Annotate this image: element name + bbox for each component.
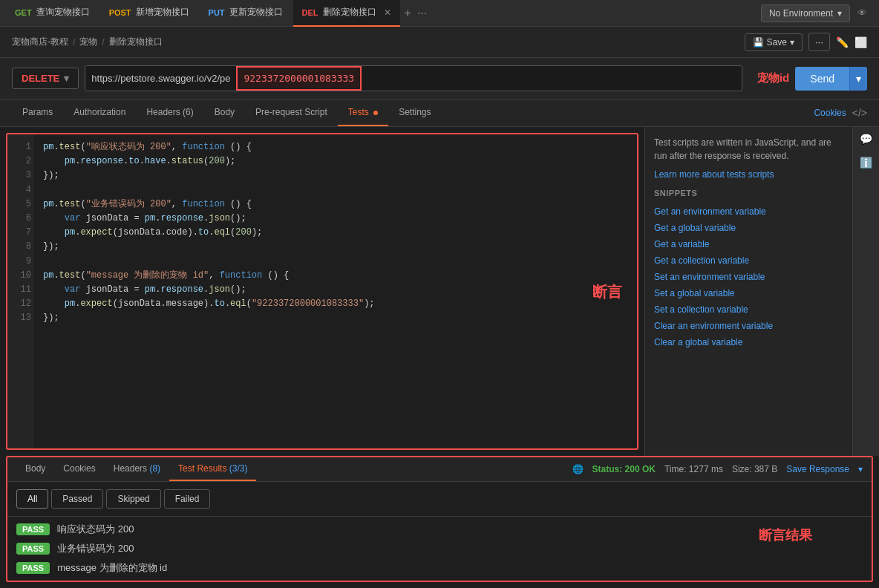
- filter-all[interactable]: All: [16, 489, 48, 509]
- send-arrow-button[interactable]: ▾: [849, 67, 867, 91]
- tab-name-post: 新增宠物接口: [136, 6, 189, 19]
- code-editor: 12345678910111213 pm.test("响应状态码为 200", …: [6, 133, 638, 450]
- code-line-9: [43, 255, 628, 269]
- code-line-6: var jsonData = pm.response.json();: [43, 212, 628, 226]
- tab-actions: + ···: [405, 7, 428, 20]
- save-button[interactable]: 💾 Save ▾: [745, 33, 803, 51]
- bottom-section: Body Cookies Headers (8) Test Results (3…: [6, 456, 873, 582]
- time-text: Time: 1277 ms: [664, 464, 723, 474]
- method-label-put: PUT: [209, 8, 225, 17]
- code-line-7: pm.expect(jsonData.code).to.eql(200);: [43, 226, 628, 240]
- line-numbers: 12345678910111213: [7, 134, 34, 448]
- tab-del[interactable]: DEL 删除宠物接口 ✕: [293, 0, 400, 27]
- send-button-group: Send ▾: [795, 67, 867, 91]
- filter-skipped[interactable]: Skipped: [106, 489, 160, 509]
- tab-tests[interactable]: Tests: [338, 99, 388, 126]
- snippet-item[interactable]: Clear an environment variable: [654, 318, 843, 334]
- comment-icon[interactable]: 💬: [860, 133, 872, 145]
- code-view-icon[interactable]: </>: [852, 107, 867, 119]
- url-bar: DELETE ▾ https://petstore.swagger.io/v2/…: [0, 58, 879, 99]
- tests-dot: [373, 111, 378, 115]
- method-select[interactable]: DELETE ▾: [12, 68, 79, 89]
- save-label: Save: [767, 37, 787, 48]
- method-arrow-icon: ▾: [64, 73, 69, 84]
- bottom-tab-test-results[interactable]: Test Results (3/3): [169, 457, 256, 481]
- learn-more-link[interactable]: Learn more about tests scripts: [654, 169, 774, 180]
- code-line-8: });: [43, 240, 628, 254]
- method-label-post: POST: [109, 8, 131, 17]
- tab-put[interactable]: PUT 更新宠物接口: [200, 0, 292, 27]
- send-button[interactable]: Send: [795, 67, 849, 91]
- assertion-label: 断言: [592, 281, 622, 301]
- more-tabs-icon[interactable]: ···: [417, 7, 427, 20]
- status-bar: 🌐 Status: 200 OK Time: 1277 ms Size: 387…: [572, 464, 863, 474]
- bottom-tab-body[interactable]: Body: [16, 457, 54, 481]
- tab-get[interactable]: GET 查询宠物接口: [6, 0, 99, 27]
- tab-body[interactable]: Body: [204, 99, 245, 126]
- save-response-arrow[interactable]: ▾: [858, 464, 863, 474]
- breadcrumb-actions: 💾 Save ▾ ··· ✏️ ⬜: [745, 33, 867, 51]
- save-icon: 💾: [753, 37, 764, 48]
- tab-params[interactable]: Params: [12, 99, 63, 126]
- request-tabs: Params Authorization Headers (6) Body Pr…: [0, 99, 879, 127]
- more-button[interactable]: ···: [808, 33, 830, 51]
- snippets-title: SNIPPETS: [654, 189, 843, 197]
- snippet-item[interactable]: Get a global variable: [654, 220, 843, 236]
- tab-authorization[interactable]: Authorization: [63, 99, 136, 126]
- url-label: 宠物id: [757, 71, 789, 85]
- pass-badge-3: PASS: [16, 562, 50, 574]
- tab-name-del: 删除宠物接口: [323, 6, 376, 19]
- url-input[interactable]: https://petstore.swagger.io/v2/pe 922337…: [85, 65, 742, 91]
- code-content[interactable]: pm.test("响应状态码为 200", function () { pm.r…: [34, 134, 637, 448]
- code-line-13: });: [43, 311, 628, 325]
- snippet-item[interactable]: Get a collection variable: [654, 252, 843, 269]
- filter-failed[interactable]: Failed: [164, 489, 211, 509]
- snippet-item[interactable]: Set an environment variable: [654, 269, 843, 285]
- code-line-3: });: [43, 169, 628, 183]
- save-response-button[interactable]: Save Response: [786, 464, 849, 474]
- filter-passed[interactable]: Passed: [51, 489, 103, 509]
- status-text: Status: 200 OK: [592, 464, 656, 474]
- breadcrumb: 宠物商店-教程 / 宠物 / 删除宠物接口: [12, 36, 163, 48]
- breadcrumb-part-3: 删除宠物接口: [109, 36, 163, 48]
- layout-icon[interactable]: ⬜: [855, 36, 867, 48]
- chevron-down-icon: ▾: [837, 8, 842, 19]
- auth-label: Authorization: [73, 107, 125, 117]
- add-tab-icon[interactable]: +: [405, 7, 411, 20]
- edit-icon[interactable]: ✏️: [836, 36, 849, 48]
- tests-label: Tests: [348, 107, 369, 117]
- eye-icon[interactable]: 👁: [857, 7, 867, 19]
- tab-prerequest[interactable]: Pre-request Script: [245, 99, 338, 126]
- globe-icon: 🌐: [572, 464, 584, 474]
- test-filter-tabs: All Passed Skipped Failed: [7, 482, 872, 517]
- tab-headers[interactable]: Headers (6): [136, 99, 203, 126]
- settings-label: Settings: [399, 107, 431, 117]
- info-icon[interactable]: ℹ️: [860, 157, 872, 169]
- environment-selector[interactable]: No Environment ▾: [761, 4, 850, 22]
- tab-settings[interactable]: Settings: [388, 99, 441, 126]
- right-panel-description: Test scripts are written in JavaScript, …: [654, 136, 843, 163]
- tab-post[interactable]: POST 新增宠物接口: [100, 0, 198, 27]
- snippet-item[interactable]: Clear a global variable: [654, 334, 843, 350]
- code-line-2: pm.response.to.have.status(200);: [43, 154, 628, 169]
- test-result-2: PASS 业务错误码为 200: [16, 542, 863, 555]
- method-label-get: GET: [15, 8, 32, 17]
- snippet-item[interactable]: Get a variable: [654, 236, 843, 252]
- snippet-item[interactable]: Get an environment variable: [654, 203, 843, 220]
- close-icon[interactable]: ✕: [384, 7, 391, 18]
- save-chevron-icon: ▾: [790, 37, 794, 48]
- snippet-item[interactable]: Set a global variable: [654, 285, 843, 301]
- code-line-1: pm.test("响应状态码为 200", function () {: [43, 140, 628, 154]
- cookies-link[interactable]: Cookies: [814, 108, 846, 118]
- code-line-4: [43, 183, 628, 197]
- right-icon-bar: 💬 ℹ️: [852, 127, 879, 456]
- breadcrumb-part-2: 宠物: [79, 36, 97, 48]
- breadcrumb-sep-1: /: [73, 37, 75, 48]
- bottom-tab-cookies[interactable]: Cookies: [54, 457, 104, 481]
- snippet-item[interactable]: Set a collection variable: [654, 301, 843, 318]
- breadcrumb-part-1: 宠物商店-教程: [12, 36, 68, 48]
- prerequest-label: Pre-request Script: [255, 107, 327, 117]
- method-label-del: DEL: [302, 8, 318, 17]
- bottom-tab-headers[interactable]: Headers (8): [105, 457, 169, 481]
- editor-content[interactable]: 12345678910111213 pm.test("响应状态码为 200", …: [7, 134, 637, 448]
